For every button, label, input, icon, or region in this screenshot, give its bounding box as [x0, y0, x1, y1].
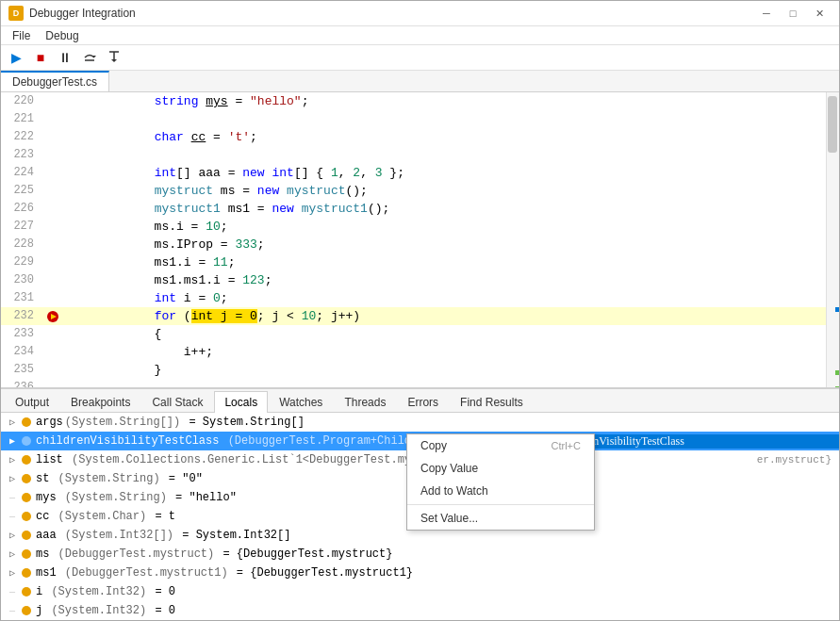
tab-watches[interactable]: Watches — [269, 391, 333, 413]
window-controls: ─ □ ✕ — [754, 4, 832, 23]
file-tab[interactable]: DebuggerTest.cs — [1, 71, 109, 91]
scroll-indicator-green2 — [835, 386, 839, 387]
tab-output[interactable]: Output — [5, 391, 59, 413]
close-button[interactable]: ✕ — [807, 4, 832, 23]
menu-debug[interactable]: Debug — [38, 27, 86, 44]
ctx-separator — [407, 504, 594, 505]
code-line-232: 232 for (int j = 0; j < 10; j++) — [1, 307, 826, 325]
var-row-args[interactable]: ▷ args (System.String[]) = System.String… — [1, 413, 839, 432]
svg-marker-5 — [111, 59, 117, 62]
pause-button[interactable]: ⏸ — [54, 46, 76, 69]
scroll-indicator-green1 — [835, 370, 839, 375]
tab-threads[interactable]: Threads — [334, 391, 396, 413]
var-row-ms[interactable]: ▷ ms (DebuggerTest.mystruct) = {Debugger… — [1, 545, 839, 564]
app-container: D Debugger Integration ─ □ ✕ File Debug … — [0, 0, 840, 621]
code-line-224: 224 int[] aaa = new int[] { 1, 2, 3 }; — [1, 164, 826, 182]
code-line-230: 230 ms1.ms1.i = 123; — [1, 271, 826, 289]
context-menu: Copy Ctrl+C Copy Value Add to Watch Set … — [406, 433, 595, 531]
code-line-235: 235 } — [1, 361, 826, 379]
run-button[interactable]: ▶ — [5, 46, 27, 69]
maximize-button[interactable]: □ — [781, 4, 805, 23]
minimize-button[interactable]: ─ — [754, 4, 779, 23]
code-line-236: 236 — [1, 379, 826, 387]
code-line-228: 228 ms.IProp = 333; — [1, 236, 826, 253]
scrollbar-thumb — [828, 96, 837, 153]
ctx-set-value[interactable]: Set Value... — [407, 507, 594, 530]
bottom-tab-bar: Output Breakpoints Call Stack Locals Wat… — [1, 388, 839, 413]
step-into-button[interactable] — [103, 46, 125, 69]
file-tab-bar: DebuggerTest.cs — [1, 71, 839, 92]
tab-locals[interactable]: Locals — [214, 391, 268, 413]
title-bar: D Debugger Integration ─ □ ✕ — [1, 1, 839, 26]
code-line-231: 231 int i = 0; — [1, 289, 826, 307]
ctx-copy[interactable]: Copy Ctrl+C — [407, 434, 594, 457]
bottom-section: Output Breakpoints Call Stack Locals Wat… — [1, 387, 839, 620]
code-line-221: 221 — [1, 110, 826, 128]
code-line-222: 222 char cc = 't'; — [1, 128, 826, 146]
code-line-220: 220 string mys = "hello"; — [1, 92, 826, 110]
var-row-j[interactable]: — j (System.Int32) = 0 — [1, 601, 839, 620]
scroll-indicator-current — [835, 307, 839, 312]
code-line-233: 233 { — [1, 325, 826, 343]
code-line-227: 227 ms.i = 10; — [1, 218, 826, 236]
var-row-i[interactable]: — i (System.Int32) = 0 — [1, 582, 839, 601]
svg-text:D: D — [13, 8, 20, 18]
window-title: Debugger Integration — [29, 7, 136, 20]
ctx-add-to-watch[interactable]: Add to Watch — [407, 480, 594, 502]
app-icon: D — [8, 6, 24, 21]
stop-button[interactable]: ■ — [29, 46, 52, 69]
step-over-button[interactable] — [78, 46, 101, 69]
code-scrollbar[interactable] — [826, 92, 839, 387]
ctx-copy-value[interactable]: Copy Value — [407, 457, 594, 480]
var-row-ms1[interactable]: ▷ ms1 (DebuggerTest.mystruct1) = {Debugg… — [1, 564, 839, 582]
code-line-229: 229 ms1.i = 11; — [1, 253, 826, 271]
menu-bar: File Debug — [1, 26, 839, 45]
tab-find-results[interactable]: Find Results — [450, 391, 534, 413]
toolbar: ▶ ■ ⏸ — [1, 45, 839, 71]
menu-file[interactable]: File — [5, 27, 38, 44]
title-bar-left: D Debugger Integration — [8, 6, 136, 21]
tab-errors[interactable]: Errors — [397, 391, 449, 413]
variables-panel: ▷ args (System.String[]) = System.String… — [1, 413, 839, 620]
tab-breakpoints[interactable]: Breakpoints — [60, 391, 140, 413]
code-editor[interactable]: 220 string mys = "hello"; 221 222 char c… — [1, 92, 839, 387]
code-lines: 220 string mys = "hello"; 221 222 char c… — [1, 92, 826, 387]
code-line-225: 225 mystruct ms = new mystruct(); — [1, 182, 826, 200]
tab-call-stack[interactable]: Call Stack — [141, 391, 213, 413]
code-line-223: 223 — [1, 146, 826, 164]
code-scroll: 220 string mys = "hello"; 221 222 char c… — [1, 92, 826, 387]
selected-value-highlight: ldrenVisibilityTestClass — [569, 434, 839, 449]
code-line-234: 234 i++; — [1, 343, 826, 361]
code-line-226: 226 mystruct1 ms1 = new mystruct1(); — [1, 200, 826, 218]
